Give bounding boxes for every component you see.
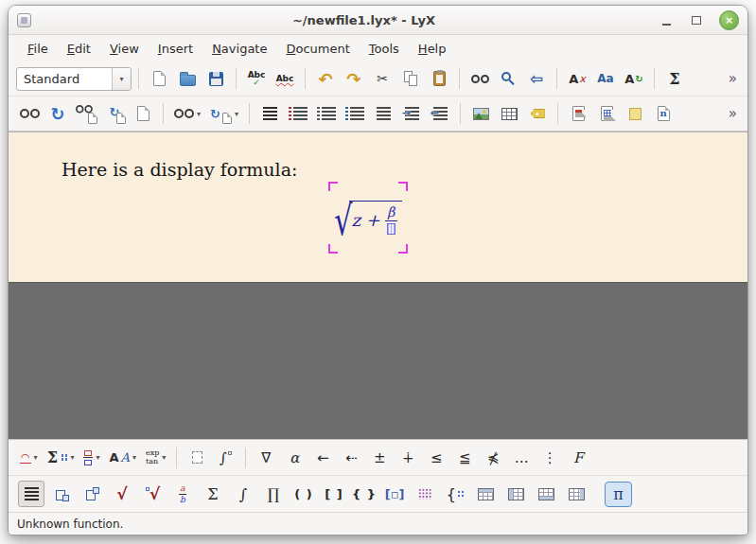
subscript-button[interactable] xyxy=(48,481,75,507)
insert-label-button[interactable] xyxy=(524,100,551,127)
paragraph-style-selector[interactable]: Standard ▾ xyxy=(16,67,132,91)
insert-integral-button[interactable]: ∫ xyxy=(230,481,256,507)
formula-sqrt: √ z + β xyxy=(334,201,401,235)
search-button[interactable] xyxy=(495,65,521,92)
insert-matrix-button[interactable] xyxy=(412,481,438,507)
cases-brace-icon: { xyxy=(447,485,456,503)
toolbar-overflow-button[interactable]: » xyxy=(726,70,740,87)
menu-file[interactable]: File xyxy=(18,38,58,60)
insert-fraction-button[interactable]: a b xyxy=(169,481,196,507)
save-button[interactable] xyxy=(202,65,229,92)
symbol-alpha-button[interactable]: α xyxy=(281,445,308,471)
symbol-function-button[interactable]: F xyxy=(565,445,591,471)
math-panel-toggle[interactable]: π xyxy=(605,482,632,507)
toggle-emphasis-button[interactable]: Ax xyxy=(564,65,590,92)
insert-note-button[interactable] xyxy=(622,100,648,127)
insert-graphics-button[interactable] xyxy=(467,100,494,127)
symbol-not-prec-button[interactable]: ⋠ xyxy=(480,445,506,471)
view-other-formats-dropdown[interactable]: ▾ xyxy=(170,100,204,127)
math-fractions-dropdown[interactable]: ▾ xyxy=(79,445,103,471)
menu-insert[interactable]: Insert xyxy=(149,38,202,60)
menu-help[interactable]: Help xyxy=(409,38,456,60)
insert-parens-button[interactable]: ( ) xyxy=(290,481,317,507)
view-source-button[interactable] xyxy=(130,100,156,127)
numbered-list-button[interactable] xyxy=(285,100,311,127)
empty-math-placeholder[interactable] xyxy=(387,223,396,235)
sqrt-icon: √ xyxy=(116,484,127,503)
view-output-button[interactable] xyxy=(16,100,43,127)
insert-brackets-button[interactable]: [ ] xyxy=(321,481,347,507)
menu-tools[interactable]: Tools xyxy=(360,38,409,60)
superscript-button[interactable] xyxy=(79,481,105,507)
math-fonts-dropdown[interactable]: A A ▾ xyxy=(105,445,139,471)
continuous-spellcheck-button[interactable]: Abc xyxy=(272,65,298,92)
minimize-button[interactable] xyxy=(659,11,674,28)
symbol-vdots-button[interactable]: ⋮ xyxy=(536,445,563,471)
paragraph-text[interactable]: Here is a display formula: xyxy=(62,159,297,180)
new-document-button[interactable] xyxy=(146,65,172,92)
update-output-button[interactable]: ↻ xyxy=(44,100,71,127)
view-master-button[interactable] xyxy=(73,100,99,127)
menu-document[interactable]: Document xyxy=(276,38,359,60)
symbol-dashed-leftarrow-button[interactable]: ⇠ xyxy=(338,445,364,471)
insert-float-button[interactable] xyxy=(565,100,591,127)
symbol-nabla-button[interactable]: ∇ xyxy=(253,445,279,471)
menu-edit[interactable]: Edit xyxy=(58,38,100,60)
insert-sqrt-button[interactable]: √ xyxy=(109,481,135,507)
decrease-depth-button[interactable]: ← xyxy=(427,100,453,127)
navigate-back-button[interactable]: ⇦ xyxy=(523,65,550,92)
update-master-button[interactable]: ↻ xyxy=(101,100,128,127)
toggle-noun-button[interactable]: Aa xyxy=(592,65,619,92)
math-display-toggle[interactable] xyxy=(18,481,44,507)
symbol-plus-minus-button[interactable]: ± xyxy=(366,445,393,471)
redo-button[interactable]: ↷ xyxy=(341,65,367,92)
delete-column-button[interactable] xyxy=(563,481,589,507)
insert-cases-button[interactable]: { xyxy=(442,481,468,507)
description-layout-button[interactable] xyxy=(370,100,396,127)
insert-product-button[interactable]: ∏ xyxy=(260,481,287,507)
document-canvas[interactable]: Here is a display formula: √ z + β xyxy=(9,132,747,282)
insert-braces-button[interactable]: { } xyxy=(351,481,378,507)
increase-depth-button[interactable]: → xyxy=(398,100,425,127)
symbol-leqq-button[interactable]: ≦ xyxy=(451,445,478,471)
delete-row-button[interactable] xyxy=(533,481,559,507)
symbol-ldots-button[interactable]: … xyxy=(508,445,535,471)
menu-view[interactable]: View xyxy=(100,38,149,60)
titlebar[interactable]: ~/newfile1.lyx* - LyX × xyxy=(9,6,747,35)
standard-layout-button[interactable] xyxy=(256,100,283,127)
paste-button[interactable] xyxy=(426,65,452,92)
toolbar-overflow-button[interactable]: » xyxy=(726,105,740,122)
labeled-list-button[interactable] xyxy=(342,100,368,127)
math-spacing-button[interactable] xyxy=(184,445,210,471)
math-functions-dropdown[interactable]: exp tan ▾ xyxy=(142,445,169,471)
symbol-leq-button[interactable]: ≤ xyxy=(423,445,449,471)
spellcheck-button[interactable]: Abc ✓ xyxy=(243,65,270,92)
undo-button[interactable]: ↶ xyxy=(312,65,339,92)
leftarrow-icon: ← xyxy=(317,449,329,466)
append-column-button[interactable] xyxy=(502,481,529,507)
formula-inset[interactable]: √ z + β xyxy=(328,182,408,254)
insert-longtable-button[interactable] xyxy=(593,100,620,127)
insert-sum-button[interactable]: Σ xyxy=(200,481,226,507)
apply-style-button[interactable]: A↻ xyxy=(621,65,647,92)
copy-button[interactable] xyxy=(397,65,424,92)
insert-math-button[interactable]: Σ xyxy=(661,65,688,92)
symbol-leftarrow-button[interactable]: ← xyxy=(309,445,336,471)
symbol-dot-plus-button[interactable]: ∔ xyxy=(395,445,421,471)
insert-root-button[interactable]: √ xyxy=(139,481,166,507)
bullet-list-button[interactable] xyxy=(313,100,340,127)
insert-delimiters-button[interactable]: [▫] xyxy=(381,481,408,507)
update-other-formats-dropdown[interactable]: ↻ ▾ xyxy=(206,100,242,127)
menu-navigate[interactable]: Navigate xyxy=(202,38,276,60)
math-decorations-dropdown[interactable]: ◠ ▾ xyxy=(16,445,42,471)
close-button[interactable]: × xyxy=(719,10,739,30)
math-style-button[interactable]: ∫ xyxy=(212,445,238,471)
append-row-button[interactable] xyxy=(472,481,499,507)
cut-button[interactable]: ✂ xyxy=(369,65,396,92)
find-replace-button[interactable] xyxy=(466,65,493,92)
open-document-button[interactable] xyxy=(174,65,201,92)
maximize-button[interactable] xyxy=(689,11,704,28)
insert-table-button[interactable] xyxy=(496,100,522,127)
insert-nomenclature-button[interactable]: n xyxy=(650,100,677,127)
math-bigoperators-dropdown[interactable]: Σ ▾ xyxy=(44,445,79,471)
